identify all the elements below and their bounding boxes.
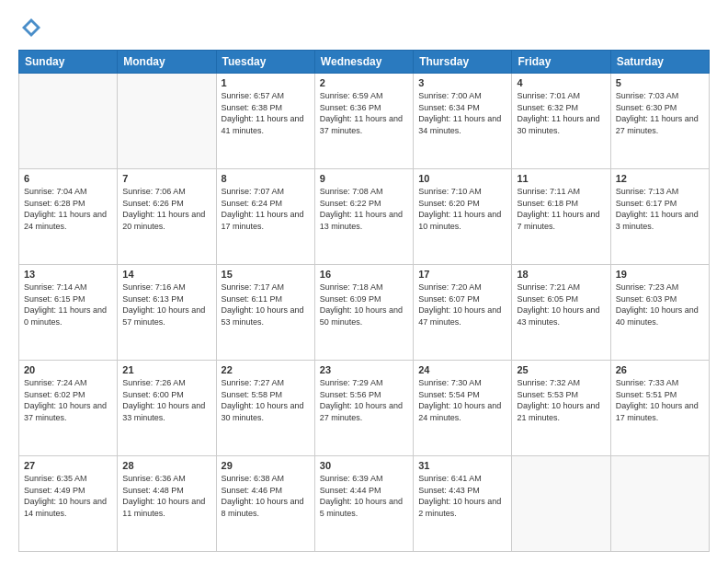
calendar-cell: 1Sunrise: 6:57 AM Sunset: 6:38 PM Daylig…	[216, 74, 314, 169]
day-info: Sunrise: 7:10 AM Sunset: 6:20 PM Dayligh…	[418, 186, 506, 232]
calendar-cell: 22Sunrise: 7:27 AM Sunset: 5:58 PM Dayli…	[216, 361, 314, 456]
calendar-week-3: 20Sunrise: 7:24 AM Sunset: 6:02 PM Dayli…	[19, 361, 710, 456]
day-info: Sunrise: 7:11 AM Sunset: 6:18 PM Dayligh…	[517, 186, 605, 232]
calendar-cell: 2Sunrise: 6:59 AM Sunset: 6:36 PM Daylig…	[314, 74, 413, 169]
day-info: Sunrise: 7:32 AM Sunset: 5:53 PM Dayligh…	[517, 377, 605, 423]
day-number: 1	[222, 77, 310, 88]
day-number: 13	[24, 269, 112, 280]
day-number: 21	[122, 364, 210, 375]
day-number: 3	[418, 77, 506, 88]
calendar-header-tuesday: Tuesday	[216, 51, 314, 74]
day-info: Sunrise: 7:14 AM Sunset: 6:15 PM Dayligh…	[24, 282, 112, 327]
day-number: 20	[24, 364, 112, 375]
calendar-week-4: 27Sunrise: 6:35 AM Sunset: 4:49 PM Dayli…	[19, 456, 710, 552]
day-number: 12	[616, 173, 704, 184]
day-info: Sunrise: 6:36 AM Sunset: 4:48 PM Dayligh…	[122, 473, 210, 519]
calendar-cell: 31Sunrise: 6:41 AM Sunset: 4:43 PM Dayli…	[414, 456, 512, 552]
day-number: 7	[122, 173, 210, 184]
day-number: 6	[24, 173, 112, 184]
day-info: Sunrise: 6:38 AM Sunset: 4:46 PM Dayligh…	[222, 473, 310, 519]
calendar-cell: 25Sunrise: 7:32 AM Sunset: 5:53 PM Dayli…	[512, 361, 610, 456]
day-number: 17	[418, 269, 506, 280]
day-info: Sunrise: 7:29 AM Sunset: 5:56 PM Dayligh…	[320, 377, 408, 423]
day-number: 29	[222, 460, 310, 471]
calendar-cell: 24Sunrise: 7:30 AM Sunset: 5:54 PM Dayli…	[414, 361, 512, 456]
day-info: Sunrise: 6:41 AM Sunset: 4:43 PM Dayligh…	[418, 473, 506, 519]
day-info: Sunrise: 7:26 AM Sunset: 6:00 PM Dayligh…	[122, 377, 210, 423]
calendar-cell: 5Sunrise: 7:03 AM Sunset: 6:30 PM Daylig…	[610, 74, 709, 169]
calendar-header-row: SundayMondayTuesdayWednesdayThursdayFrid…	[19, 51, 710, 74]
calendar-cell: 27Sunrise: 6:35 AM Sunset: 4:49 PM Dayli…	[19, 456, 118, 552]
day-info: Sunrise: 6:35 AM Sunset: 4:49 PM Dayligh…	[24, 473, 112, 519]
day-number: 27	[24, 460, 112, 471]
calendar-header-saturday: Saturday	[610, 51, 709, 74]
day-number: 11	[517, 173, 605, 184]
calendar-cell: 13Sunrise: 7:14 AM Sunset: 6:15 PM Dayli…	[19, 265, 118, 361]
logo-icon	[18, 15, 44, 40]
calendar-cell: 7Sunrise: 7:06 AM Sunset: 6:26 PM Daylig…	[118, 169, 216, 265]
day-info: Sunrise: 7:01 AM Sunset: 6:32 PM Dayligh…	[517, 90, 605, 136]
calendar-header-sunday: Sunday	[19, 51, 118, 74]
day-info: Sunrise: 7:08 AM Sunset: 6:22 PM Dayligh…	[320, 186, 408, 232]
calendar-cell: 14Sunrise: 7:16 AM Sunset: 6:13 PM Dayli…	[118, 265, 216, 361]
day-info: Sunrise: 6:39 AM Sunset: 4:44 PM Dayligh…	[320, 473, 408, 519]
day-number: 18	[517, 269, 605, 280]
calendar-week-1: 6Sunrise: 7:04 AM Sunset: 6:28 PM Daylig…	[19, 169, 710, 265]
day-number: 5	[616, 77, 704, 88]
calendar-cell: 26Sunrise: 7:33 AM Sunset: 5:51 PM Dayli…	[610, 361, 709, 456]
calendar-cell	[19, 74, 118, 169]
day-number: 8	[222, 173, 310, 184]
calendar-cell	[610, 456, 709, 552]
logo	[18, 15, 48, 40]
calendar-header-friday: Friday	[512, 51, 610, 74]
day-info: Sunrise: 7:07 AM Sunset: 6:24 PM Dayligh…	[222, 186, 310, 232]
calendar-cell: 16Sunrise: 7:18 AM Sunset: 6:09 PM Dayli…	[314, 265, 413, 361]
calendar-cell: 4Sunrise: 7:01 AM Sunset: 6:32 PM Daylig…	[512, 74, 610, 169]
calendar-body: 1Sunrise: 6:57 AM Sunset: 6:38 PM Daylig…	[19, 74, 710, 552]
day-number: 10	[418, 173, 506, 184]
header	[18, 15, 710, 40]
calendar-cell: 28Sunrise: 6:36 AM Sunset: 4:48 PM Dayli…	[118, 456, 216, 552]
calendar-cell: 10Sunrise: 7:10 AM Sunset: 6:20 PM Dayli…	[414, 169, 512, 265]
day-number: 23	[320, 364, 408, 375]
day-info: Sunrise: 7:18 AM Sunset: 6:09 PM Dayligh…	[320, 282, 408, 327]
calendar-cell: 29Sunrise: 6:38 AM Sunset: 4:46 PM Dayli…	[216, 456, 314, 552]
calendar-header-monday: Monday	[118, 51, 216, 74]
day-info: Sunrise: 7:33 AM Sunset: 5:51 PM Dayligh…	[616, 377, 704, 423]
calendar-cell: 6Sunrise: 7:04 AM Sunset: 6:28 PM Daylig…	[19, 169, 118, 265]
day-number: 25	[517, 364, 605, 375]
day-info: Sunrise: 7:13 AM Sunset: 6:17 PM Dayligh…	[616, 186, 704, 232]
day-info: Sunrise: 7:24 AM Sunset: 6:02 PM Dayligh…	[24, 377, 112, 423]
day-number: 22	[222, 364, 310, 375]
day-info: Sunrise: 7:17 AM Sunset: 6:11 PM Dayligh…	[222, 282, 310, 327]
day-info: Sunrise: 6:57 AM Sunset: 6:38 PM Dayligh…	[222, 90, 310, 136]
day-number: 24	[418, 364, 506, 375]
calendar-cell: 3Sunrise: 7:00 AM Sunset: 6:34 PM Daylig…	[414, 74, 512, 169]
day-info: Sunrise: 7:27 AM Sunset: 5:58 PM Dayligh…	[222, 377, 310, 423]
day-number: 15	[222, 269, 310, 280]
day-info: Sunrise: 7:20 AM Sunset: 6:07 PM Dayligh…	[418, 282, 506, 327]
calendar-week-0: 1Sunrise: 6:57 AM Sunset: 6:38 PM Daylig…	[19, 74, 710, 169]
calendar-cell: 8Sunrise: 7:07 AM Sunset: 6:24 PM Daylig…	[216, 169, 314, 265]
day-info: Sunrise: 7:06 AM Sunset: 6:26 PM Dayligh…	[122, 186, 210, 232]
day-number: 30	[320, 460, 408, 471]
calendar-cell: 18Sunrise: 7:21 AM Sunset: 6:05 PM Dayli…	[512, 265, 610, 361]
day-number: 16	[320, 269, 408, 280]
calendar-header-wednesday: Wednesday	[314, 51, 413, 74]
day-number: 28	[122, 460, 210, 471]
day-number: 19	[616, 269, 704, 280]
calendar-cell: 30Sunrise: 6:39 AM Sunset: 4:44 PM Dayli…	[314, 456, 413, 552]
day-info: Sunrise: 7:30 AM Sunset: 5:54 PM Dayligh…	[418, 377, 506, 423]
day-number: 4	[517, 77, 605, 88]
day-info: Sunrise: 7:04 AM Sunset: 6:28 PM Dayligh…	[24, 186, 112, 232]
calendar-cell: 15Sunrise: 7:17 AM Sunset: 6:11 PM Dayli…	[216, 265, 314, 361]
day-info: Sunrise: 7:03 AM Sunset: 6:30 PM Dayligh…	[616, 90, 704, 136]
day-number: 26	[616, 364, 704, 375]
calendar-cell: 23Sunrise: 7:29 AM Sunset: 5:56 PM Dayli…	[314, 361, 413, 456]
calendar-cell	[118, 74, 216, 169]
calendar-cell: 12Sunrise: 7:13 AM Sunset: 6:17 PM Dayli…	[610, 169, 709, 265]
calendar-cell: 19Sunrise: 7:23 AM Sunset: 6:03 PM Dayli…	[610, 265, 709, 361]
calendar-cell: 21Sunrise: 7:26 AM Sunset: 6:00 PM Dayli…	[118, 361, 216, 456]
calendar-cell: 17Sunrise: 7:20 AM Sunset: 6:07 PM Dayli…	[414, 265, 512, 361]
calendar-header-thursday: Thursday	[414, 51, 512, 74]
